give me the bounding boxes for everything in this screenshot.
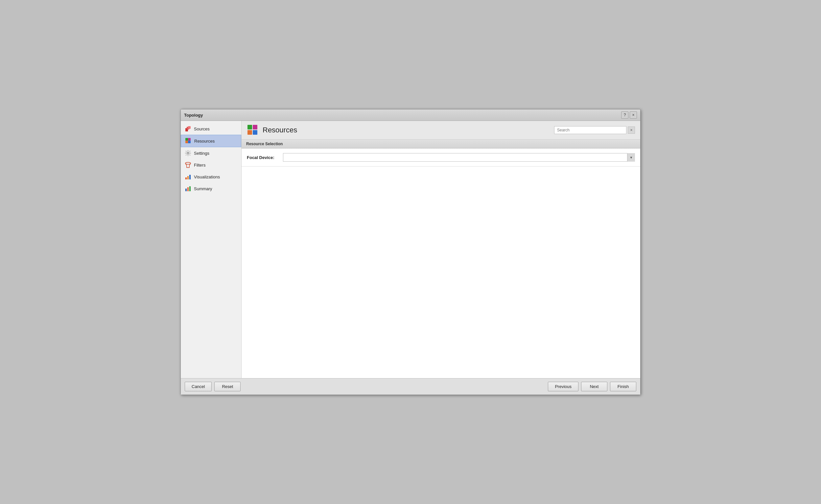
sidebar-item-filters[interactable]: Filters (181, 159, 241, 171)
search-bar: × (554, 126, 635, 134)
visualizations-icon (185, 173, 191, 180)
sidebar-item-settings[interactable]: Settings (181, 147, 241, 159)
svg-rect-14 (189, 186, 191, 191)
sidebar-label-settings: Settings (194, 151, 209, 156)
bottom-right-buttons: Previous Next Finish (548, 382, 636, 391)
title-bar-right: ? × (621, 111, 637, 119)
svg-rect-11 (189, 175, 191, 179)
svg-rect-6 (188, 138, 191, 141)
panel-resources-icon (247, 124, 259, 136)
svg-point-7 (187, 152, 189, 154)
title-bar: Topology ? × (181, 109, 640, 121)
content-area (241, 167, 640, 378)
main-content: Sources Resources (181, 121, 640, 378)
previous-button[interactable]: Previous (548, 382, 579, 391)
focal-device-select-wrapper: ▼ (283, 153, 635, 162)
window-title: Topology (184, 113, 203, 118)
focal-device-row: Focal Device: ▼ (247, 153, 635, 162)
resource-selection-header: Resource Selection (241, 140, 640, 149)
resource-form: Focal Device: ▼ (241, 149, 640, 167)
svg-rect-5 (185, 138, 188, 141)
sidebar-label-summary: Summary (194, 186, 212, 191)
right-panel: Resources × Resource Selection Focal Dev… (241, 121, 640, 378)
bottom-bar: Cancel Reset Previous Next Finish (181, 378, 640, 395)
focal-device-label: Focal Device: (247, 155, 280, 160)
svg-rect-16 (253, 130, 257, 135)
sidebar-item-summary[interactable]: Summary (181, 183, 241, 195)
bottom-left-buttons: Cancel Reset (185, 382, 240, 391)
svg-rect-15 (247, 130, 252, 135)
sidebar: Sources Resources (181, 121, 241, 378)
next-button[interactable]: Next (581, 382, 607, 391)
svg-rect-9 (185, 177, 187, 179)
panel-title: Resources (262, 126, 297, 134)
sources-icon (185, 126, 191, 132)
sidebar-item-sources[interactable]: Sources (181, 123, 241, 135)
close-button[interactable]: × (630, 111, 637, 119)
title-bar-left: Topology (184, 113, 203, 118)
svg-rect-12 (185, 189, 187, 191)
search-clear-button[interactable]: × (628, 126, 635, 134)
cancel-button[interactable]: Cancel (185, 382, 212, 391)
search-input[interactable] (554, 126, 627, 134)
help-button[interactable]: ? (621, 111, 628, 119)
svg-rect-3 (185, 141, 188, 143)
svg-rect-2 (188, 126, 191, 129)
focal-device-select[interactable] (283, 153, 635, 162)
summary-icon (185, 185, 191, 192)
topology-window: Topology ? × Sources (180, 109, 641, 395)
settings-icon (185, 150, 191, 156)
svg-rect-4 (188, 141, 191, 143)
svg-rect-10 (187, 176, 189, 179)
svg-rect-13 (187, 187, 189, 191)
svg-rect-17 (247, 125, 252, 129)
sidebar-label-filters: Filters (194, 163, 205, 168)
finish-button[interactable]: Finish (610, 382, 636, 391)
filters-icon (185, 162, 191, 168)
sidebar-label-visualizations: Visualizations (194, 174, 220, 179)
reset-button[interactable]: Reset (214, 382, 240, 391)
sidebar-label-sources: Sources (194, 126, 210, 131)
svg-rect-18 (253, 125, 257, 129)
svg-point-8 (185, 162, 191, 164)
sidebar-item-visualizations[interactable]: Visualizations (181, 171, 241, 183)
panel-header: Resources × (241, 121, 640, 140)
sidebar-item-resources[interactable]: Resources (181, 135, 241, 147)
resources-icon (185, 138, 192, 144)
sidebar-label-resources: Resources (194, 139, 215, 144)
